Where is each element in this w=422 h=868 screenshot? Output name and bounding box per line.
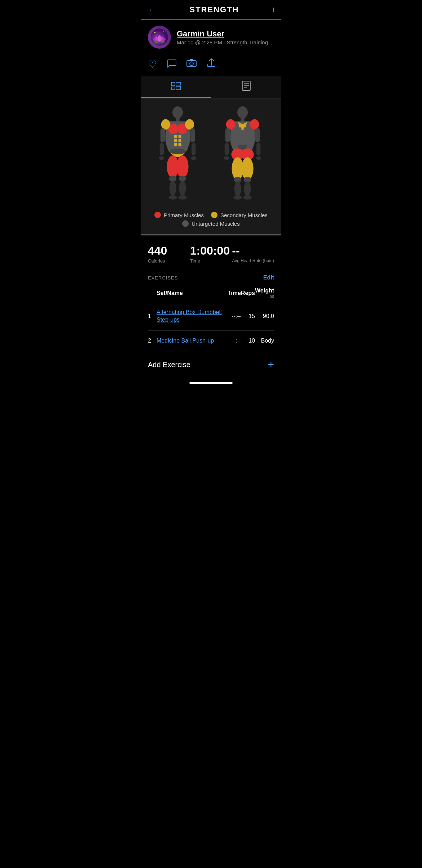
- exercise-time-2: --:--: [228, 330, 241, 351]
- stat-heartrate: -- Avg Heart Rate (bpm): [232, 244, 274, 264]
- svg-rect-52: [237, 127, 242, 144]
- stat-time: 1:00:00 Time: [190, 244, 232, 264]
- calories-label: Calories: [148, 258, 190, 264]
- tab-summary[interactable]: [141, 76, 211, 98]
- exercise-num-2: 2: [148, 330, 157, 351]
- user-section: ✦ ✦ Garmin User Mar 10 @ 2:28 PM · Stren…: [141, 20, 281, 54]
- untargeted-dot: [182, 220, 189, 227]
- svg-point-45: [179, 181, 186, 196]
- comment-button[interactable]: [167, 58, 176, 70]
- table-row: 2 Medicine Ball Push-up --:-- 10 Body: [148, 330, 274, 351]
- svg-point-60: [256, 156, 261, 160]
- exercise-reps-2: 10: [241, 330, 255, 351]
- svg-point-48: [237, 106, 248, 118]
- svg-point-21: [172, 106, 183, 118]
- primary-legend-item: Primary Muscles: [154, 212, 204, 218]
- details-tab-icon: [242, 81, 251, 93]
- svg-rect-57: [225, 143, 229, 155]
- svg-rect-13: [171, 82, 175, 86]
- summary-tab-icon: [171, 81, 181, 92]
- svg-rect-25: [174, 135, 177, 138]
- svg-text:✦: ✦: [154, 31, 156, 34]
- table-header: Set/Name Time Reps Weight lbs: [148, 285, 274, 302]
- svg-rect-49: [241, 118, 244, 121]
- stats-separator: [141, 234, 281, 235]
- back-button[interactable]: ←: [148, 5, 156, 14]
- svg-rect-56: [255, 128, 260, 142]
- body-diagram-section: Primary Muscles Secondary Muscles Untarg…: [141, 98, 281, 234]
- col-reps: Reps: [241, 285, 255, 302]
- svg-rect-34: [190, 128, 195, 142]
- svg-point-59: [224, 156, 229, 160]
- tabs: [141, 76, 281, 98]
- user-info: Garmin User Mar 10 @ 2:28 PM · Strength …: [177, 29, 268, 45]
- svg-point-11: [190, 62, 193, 66]
- exercise-name-2[interactable]: Medicine Ball Push-up: [157, 330, 228, 351]
- user-name[interactable]: Garmin User: [177, 29, 268, 39]
- svg-rect-10: [187, 61, 196, 67]
- add-exercise-label: Add Exercise: [148, 361, 190, 369]
- svg-point-41: [176, 155, 188, 178]
- svg-rect-16: [176, 86, 181, 90]
- body-diagrams: [144, 106, 278, 207]
- weight-unit: lbs: [255, 294, 274, 299]
- exercise-num-1: 1: [148, 302, 157, 330]
- svg-rect-36: [192, 143, 195, 155]
- untargeted-legend-item: Untargeted Muscles: [182, 220, 239, 227]
- secondary-label: Secondary Muscles: [220, 212, 268, 218]
- svg-rect-26: [179, 135, 181, 138]
- primary-label: Primary Muscles: [164, 212, 204, 218]
- avatar: ✦ ✦: [148, 26, 171, 49]
- more-button[interactable]: [273, 8, 274, 12]
- svg-point-47: [179, 195, 187, 199]
- front-body-figure: [150, 106, 207, 207]
- svg-point-31: [161, 119, 170, 129]
- svg-rect-14: [171, 87, 175, 90]
- col-num: [148, 285, 157, 302]
- user-meta: Mar 10 @ 2:28 PM · Strength Training: [177, 39, 268, 45]
- col-time: Time: [228, 285, 241, 302]
- time-value: 1:00:00: [190, 244, 232, 257]
- edit-button[interactable]: Edit: [263, 274, 274, 281]
- heartrate-value: --: [232, 244, 274, 257]
- svg-point-68: [244, 181, 251, 197]
- share-button[interactable]: [207, 58, 216, 71]
- svg-point-51: [250, 119, 259, 129]
- exercise-reps-1: 15: [241, 302, 255, 330]
- lotus-icon: ✦ ✦: [151, 28, 168, 46]
- svg-point-44: [170, 181, 176, 196]
- svg-point-46: [169, 195, 177, 199]
- svg-rect-17: [242, 81, 250, 91]
- svg-point-70: [243, 195, 252, 199]
- back-body-svg: [215, 106, 271, 203]
- svg-point-39: [170, 148, 186, 154]
- svg-rect-15: [176, 82, 181, 85]
- camera-button[interactable]: [186, 59, 197, 70]
- svg-rect-53: [244, 127, 249, 144]
- tab-details[interactable]: [211, 76, 281, 98]
- exercise-weight-2: Body: [255, 330, 274, 351]
- col-weight: Weight lbs: [255, 285, 274, 302]
- add-exercise-button[interactable]: Add Exercise +: [141, 351, 281, 378]
- svg-point-67: [234, 181, 241, 197]
- svg-rect-55: [225, 128, 230, 142]
- svg-point-69: [234, 195, 242, 199]
- exercise-name-1[interactable]: Alternating Box Dumbbell Step-ups: [157, 302, 228, 330]
- svg-rect-12: [194, 62, 195, 62]
- back-body-figure: [215, 106, 272, 207]
- svg-point-37: [159, 156, 164, 160]
- time-label: Time: [190, 258, 232, 264]
- exercise-time-1: --:--: [228, 302, 241, 330]
- action-bar: ♡: [141, 54, 281, 76]
- svg-rect-58: [256, 143, 260, 155]
- stats-section: 440 Calories 1:00:00 Time -- Avg Heart R…: [141, 235, 281, 269]
- exercise-table: Set/Name Time Reps Weight lbs 1 Alternat…: [148, 285, 274, 351]
- primary-dot: [154, 212, 161, 218]
- svg-text:✦: ✦: [162, 30, 164, 32]
- home-indicator: [189, 382, 233, 384]
- col-set-name: Set/Name: [157, 285, 228, 302]
- svg-point-32: [185, 119, 194, 129]
- exercises-section: EXERCISES Edit Set/Name Time Reps Weight…: [141, 269, 281, 351]
- heartrate-label: Avg Heart Rate (bpm): [232, 258, 274, 263]
- like-button[interactable]: ♡: [148, 58, 157, 70]
